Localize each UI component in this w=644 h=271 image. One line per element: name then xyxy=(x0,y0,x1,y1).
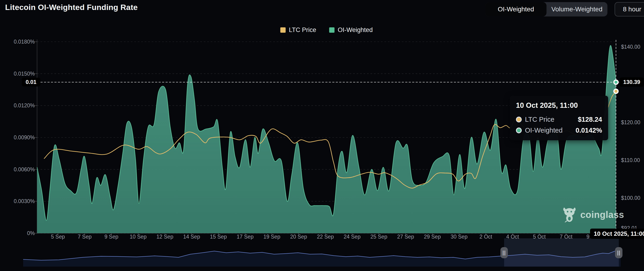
brush-handle-right[interactable]: || xyxy=(615,247,622,258)
oi-weighted-dot-icon xyxy=(516,128,522,133)
y-axis-tick-right: $110.00 xyxy=(621,157,640,163)
current-funding-pill: 0.01 xyxy=(22,78,40,87)
tooltip-label: OI-Weighted xyxy=(525,127,562,134)
coinglass-watermark: coinglass xyxy=(562,207,624,222)
current-date-pill: 10 Oct 2025, 11:00 xyxy=(590,228,644,239)
coinglass-bull-icon xyxy=(562,207,576,222)
chart-tooltip: 10 Oct 2025, 11:00 LTC Price $128.24 OI-… xyxy=(510,96,608,140)
tooltip-value: $128.24 xyxy=(578,116,602,123)
watermark-text: coinglass xyxy=(580,209,624,220)
tooltip-label: LTC Price xyxy=(525,116,554,123)
y-axis-tick-right: $100.00 xyxy=(621,195,640,201)
current-price-pill: 130.39 xyxy=(620,77,644,87)
ltc-price-dot-icon xyxy=(516,117,522,122)
y-axis-tick-left: 0.0060% xyxy=(2,166,35,172)
brush-handle-left[interactable]: || xyxy=(500,247,508,258)
y-axis-tick-left: 0% xyxy=(2,230,35,236)
y-axis-tick-left: 0.0150% xyxy=(2,71,35,77)
funding-rate-page: Litecoin OI-Weighted Funding Rate OI-Wei… xyxy=(0,0,644,271)
tooltip-value: 0.0142% xyxy=(576,127,602,134)
y-axis-tick-right: $140.00 xyxy=(621,44,640,50)
tooltip-date: 10 Oct 2025, 11:00 xyxy=(516,101,602,110)
y-axis-tick-left: 0.0180% xyxy=(2,39,35,45)
y-axis-tick-left: 0.0120% xyxy=(2,102,35,109)
tooltip-row-ltc-price: LTC Price $128.24 xyxy=(516,116,602,123)
y-axis-tick-right: $120.00 xyxy=(621,119,640,126)
y-axis-tick-left: 0.0030% xyxy=(2,198,35,204)
tooltip-row-oi-weighted: OI-Weighted 0.0142% xyxy=(516,127,602,134)
y-axis-tick-left: 0.0090% xyxy=(2,134,35,141)
